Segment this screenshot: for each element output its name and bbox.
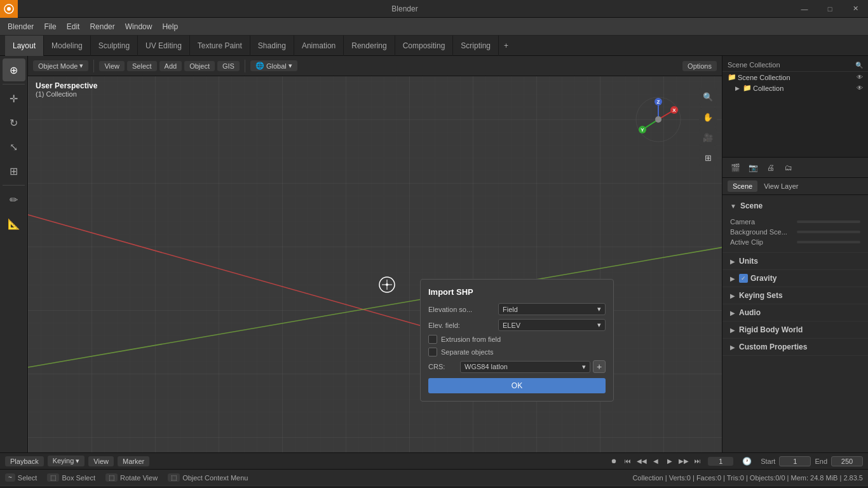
menu-help[interactable]: Help xyxy=(157,18,183,36)
view-layer-tab[interactable]: View Layer xyxy=(759,180,803,192)
tab-scripting[interactable]: Scripting xyxy=(453,36,499,56)
start-frame[interactable] xyxy=(779,456,811,466)
collection-visibility[interactable]: 👁 xyxy=(857,85,863,92)
output-props-icon[interactable]: 🖨 xyxy=(763,160,778,175)
zoom-tool[interactable]: 🔍 xyxy=(699,88,717,105)
collection-expand-icon[interactable]: ▶ xyxy=(735,85,743,92)
active-clip-value[interactable] xyxy=(797,241,860,243)
scene-props-icon[interactable]: 🎬 xyxy=(728,160,743,175)
scene-collection-visibility[interactable]: 👁 xyxy=(857,74,863,81)
pan-tool[interactable]: ✋ xyxy=(699,108,717,126)
transform-tool[interactable]: ⊞ xyxy=(3,159,25,182)
rotate-tool[interactable]: ↻ xyxy=(3,111,25,134)
statusbar-info: Collection | Verts:0 | Faces:0 | Tris:0 … xyxy=(632,474,863,482)
scene-collection-item[interactable]: 📁 Scene Collection 👁 xyxy=(722,72,868,83)
camera-value[interactable] xyxy=(797,220,860,223)
tab-uv-editing[interactable]: UV Editing xyxy=(138,36,190,56)
tab-shading[interactable]: Shading xyxy=(250,36,294,56)
svg-point-1 xyxy=(7,7,11,11)
outliner-search-icon[interactable]: 🔍 xyxy=(855,62,863,69)
transport-prev-frame[interactable]: ◀◀ xyxy=(635,455,648,468)
menu-edit[interactable]: Edit xyxy=(62,18,85,36)
custom-props-header[interactable]: ▶ Custom Properties xyxy=(722,339,868,355)
tab-sculpting[interactable]: Sculpting xyxy=(91,36,138,56)
measure-tool[interactable]: 📐 xyxy=(3,212,25,235)
tab-compositing[interactable]: Compositing xyxy=(395,36,454,56)
keying-sets-header[interactable]: ▶ Keying Sets xyxy=(722,287,868,304)
gravity-checkbox[interactable]: ✓ xyxy=(739,274,748,283)
separate-objects-checkbox[interactable] xyxy=(428,348,437,356)
end-frame[interactable] xyxy=(831,456,863,466)
annotate-tool[interactable]: ✏ xyxy=(3,188,25,211)
minimize-button[interactable]: — xyxy=(792,0,817,18)
view-layer-icon[interactable]: 🗂 xyxy=(781,160,796,175)
menu-blender[interactable]: Blender xyxy=(3,18,39,36)
transport-play[interactable]: ▶ xyxy=(663,455,676,468)
bg-scene-value[interactable] xyxy=(797,231,860,233)
object-mode-dropdown[interactable]: Object Mode ▾ xyxy=(33,60,88,71)
transport-record[interactable]: ⏺ xyxy=(607,455,620,468)
properties-panel: ▼ Scene Camera Background Sce... Active … xyxy=(722,195,868,452)
tab-layout[interactable]: Layout xyxy=(5,36,44,56)
transform-space[interactable]: 🌐 Global ▾ xyxy=(250,60,297,71)
tab-animation[interactable]: Animation xyxy=(294,36,344,56)
context-menu-label: Object Context Menu xyxy=(182,474,248,482)
playback-menu[interactable]: Playback xyxy=(5,456,44,466)
tab-rendering[interactable]: Rendering xyxy=(344,36,395,56)
transport-skip-end[interactable]: ⏭ xyxy=(691,455,704,468)
window-controls: — □ ✕ xyxy=(792,0,868,18)
transport-skip-start[interactable]: ⏮ xyxy=(621,455,634,468)
elevation-field-select[interactable]: ELEV ▾ xyxy=(498,319,606,331)
svg-text:Y: Y xyxy=(641,127,644,133)
transport-prev[interactable]: ◀ xyxy=(649,455,662,468)
crs-select[interactable]: WGS84 latlon ▾ xyxy=(460,361,590,373)
collection-item[interactable]: ▶ 📁 Collection 👁 xyxy=(722,83,868,93)
add-menu[interactable]: Add xyxy=(159,61,182,71)
navigation-gizmo[interactable]: Z X Y xyxy=(633,94,684,145)
render-props-icon[interactable]: 📷 xyxy=(745,160,761,175)
rigid-body-header[interactable]: ▶ Rigid Body World xyxy=(722,322,868,338)
options-button[interactable]: Options xyxy=(682,61,717,71)
maximize-button[interactable]: □ xyxy=(817,0,843,18)
object-menu[interactable]: Object xyxy=(184,61,215,71)
units-header[interactable]: ▶ Units xyxy=(722,253,868,269)
gravity-header[interactable]: ▶ ✓ Gravity xyxy=(722,270,868,287)
ok-button[interactable]: OK xyxy=(428,378,606,393)
start-button[interactable] xyxy=(3,486,28,489)
audio-header[interactable]: ▶ Audio xyxy=(722,304,868,321)
keying-menu[interactable]: Keying ▾ xyxy=(48,456,85,466)
workspace-tabs: Layout Modeling Sculpting UV Editing Tex… xyxy=(0,36,868,56)
gis-menu[interactable]: GIS xyxy=(217,61,240,71)
elevation-source-select[interactable]: Field ▾ xyxy=(498,303,606,315)
tab-modeling[interactable]: Modeling xyxy=(44,36,91,56)
view-menu[interactable]: View xyxy=(99,61,125,71)
crs-add-button[interactable]: + xyxy=(593,360,606,373)
frame-number[interactable] xyxy=(708,457,733,466)
view-menu-tl[interactable]: View xyxy=(88,456,114,466)
menu-window[interactable]: Window xyxy=(120,18,158,36)
transport-next[interactable]: ▶▶ xyxy=(677,455,690,468)
scene-tab[interactable]: Scene xyxy=(728,180,757,192)
camera-view-tool[interactable]: 🎥 xyxy=(699,128,717,146)
left-toolbar: ⊕ ✛ ↻ ⤡ ⊞ ✏ 📐 xyxy=(0,56,28,452)
add-workspace-button[interactable]: + xyxy=(499,36,513,56)
viewport[interactable]: Object Mode ▾ View Select Add Object GIS… xyxy=(28,56,722,452)
tab-texture-paint[interactable]: Texture Paint xyxy=(190,36,250,56)
scene-chevron: ▼ xyxy=(730,203,736,210)
move-tool[interactable]: ✛ xyxy=(3,87,25,110)
bg-scene-row: Background Sce... xyxy=(730,228,860,236)
menu-render[interactable]: Render xyxy=(85,18,119,36)
scene-section-title: Scene xyxy=(740,201,763,210)
cursor-tool[interactable]: ⊕ xyxy=(3,58,25,81)
audio-chevron: ▶ xyxy=(730,309,735,316)
select-menu[interactable]: Select xyxy=(127,61,157,71)
crs-row: CRS: WGS84 latlon ▾ + xyxy=(428,360,606,373)
menu-file[interactable]: File xyxy=(39,18,61,36)
grid-toggle[interactable]: ⊞ xyxy=(699,149,717,166)
marker-menu[interactable]: Marker xyxy=(118,456,149,466)
close-button[interactable]: ✕ xyxy=(843,0,868,18)
scale-tool[interactable]: ⤡ xyxy=(3,135,25,158)
extrusion-checkbox[interactable] xyxy=(428,335,437,344)
rotate-key: ⬚ xyxy=(105,473,118,482)
scene-section-header[interactable]: ▼ Scene xyxy=(722,198,868,214)
